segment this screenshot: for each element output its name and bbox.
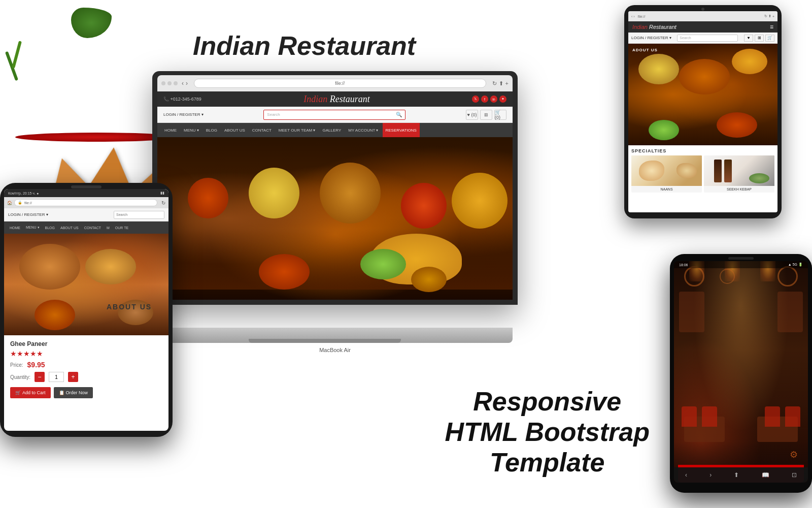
phone-nav-about[interactable]: ABOUT US xyxy=(58,226,81,230)
phone-url-text: file:// xyxy=(24,201,32,205)
gear-decoration-icon: ⚙ xyxy=(790,449,802,461)
wishlist-btn[interactable]: ♥ (0) xyxy=(466,110,478,120)
phone-url-lock-icon: 🔒 xyxy=(18,201,22,205)
phone-login-btn[interactable]: LOGIN / REGISTER ▾ xyxy=(8,212,48,217)
phone-nav-contact[interactable]: CONTACT xyxy=(82,226,104,230)
add-to-cart-btn[interactable]: 🛒 Add to Cart xyxy=(10,387,51,398)
phone-battery-icon: ▮▮ xyxy=(160,191,164,195)
tablet-hero-food xyxy=(628,44,777,145)
back-arrow[interactable]: ‹ xyxy=(182,80,184,87)
compare-btn[interactable]: ⊞ xyxy=(480,110,492,120)
phone-back-btn[interactable]: 🏠 xyxy=(7,201,12,205)
phone-nav-team[interactable]: OUR TE xyxy=(113,226,131,230)
search-placeholder: Search xyxy=(267,112,280,117)
phone-right-mockup: 18:06 ▲ 5G 🔋 xyxy=(670,254,812,493)
phone-search-input[interactable] xyxy=(114,211,164,219)
phone-nav-tabs-icon[interactable]: ⊡ xyxy=(792,471,797,479)
phone-nav-back-icon[interactable]: ‹ xyxy=(685,471,687,479)
nav-contact[interactable]: CONTACT xyxy=(249,123,275,137)
tablet-back-arrow[interactable]: ‹ xyxy=(631,15,632,18)
forward-arrow[interactable]: › xyxy=(186,80,188,87)
tablet-hamburger-menu[interactable]: ≡ xyxy=(770,23,773,30)
tablet-hero: ADOUT US xyxy=(628,44,777,145)
phone-nav-bookmark-icon[interactable]: 📖 xyxy=(762,471,769,479)
tablet-wishlist-btn[interactable]: ♥ xyxy=(744,35,753,42)
food-plate-4 xyxy=(401,183,447,229)
price-label: Price: xyxy=(10,362,23,368)
phone-site-header: LOGIN / REGISTER ▾ xyxy=(4,208,168,221)
tablet-camera xyxy=(701,8,704,11)
tablet-kebab-label: SEEKH KEBAP xyxy=(704,186,774,193)
phone-browser-reload[interactable]: ↻ xyxy=(161,200,165,206)
nav-team[interactable]: MEET OUR TEAM ▾ xyxy=(276,123,319,137)
responsive-label: Responsive xyxy=(445,386,650,417)
reload-icon[interactable]: ↻ xyxy=(492,80,497,87)
phone-right-frame: 18:06 ▲ 5G 🔋 xyxy=(670,254,812,493)
site-header-middle: LOGIN / REGISTER ▾ Search 🔍 ♥ (0) ⊞ 🛒 (0… xyxy=(157,107,513,123)
qty-label: Quantity: xyxy=(10,374,30,380)
nav-gallery[interactable]: GALLERY xyxy=(319,123,344,137)
cart-icons: ♥ (0) ⊞ 🛒 (0) xyxy=(466,110,506,120)
qty-value: 1 xyxy=(49,372,64,382)
food-plate-3 xyxy=(320,163,381,224)
nav-menu[interactable]: MENU ▾ xyxy=(181,123,202,137)
food-plate-2 xyxy=(249,168,299,218)
qty-increase-btn[interactable]: + xyxy=(68,372,78,382)
tablet-add-tab-icon[interactable]: + xyxy=(772,15,774,18)
nav-home[interactable]: HOME xyxy=(161,123,180,137)
tablet-mockup: ‹ › file:// ↻ ⬆ + Indian Restaurant ≡ LO… xyxy=(624,5,782,218)
tablet-cart-icons: ♥ ⊞ 🛒 xyxy=(744,35,774,42)
tablet-share-icon[interactable]: ⬆ xyxy=(768,14,771,18)
nav-about[interactable]: ABOUT US xyxy=(221,123,248,137)
phone-url-bar[interactable]: 🔒 file:// xyxy=(14,199,157,206)
battery-icon: 🔋 xyxy=(798,263,803,266)
phone-nav-forward-icon[interactable]: › xyxy=(709,471,712,479)
tablet-screen: ‹ › file:// ↻ ⬆ + Indian Restaurant ≡ LO… xyxy=(628,11,777,212)
phone-food-visual xyxy=(4,234,168,335)
browser-arrows: ‹ › xyxy=(182,80,188,87)
nav-blog[interactable]: BLOG xyxy=(203,123,220,137)
phone-right-time: 18:06 xyxy=(679,263,688,267)
url-bar[interactable]: file:// xyxy=(194,79,486,88)
cart-icon: 🛒 xyxy=(15,390,21,395)
tablet-login-btn[interactable]: LOGIN / REGISTER ▾ xyxy=(631,36,671,40)
phone-nav-more[interactable]: M xyxy=(104,226,112,230)
add-tab-icon[interactable]: + xyxy=(505,80,509,87)
facebook-icon[interactable]: f xyxy=(481,96,488,103)
site-header-top: 📞 +012-345-6789 Indian Restaurant 𝕏 f in… xyxy=(157,91,513,107)
tablet-url[interactable]: file:// xyxy=(638,15,646,18)
product-stars: ★★★★★ xyxy=(10,350,162,358)
tablet-reload-icon[interactable]: ↻ xyxy=(764,14,767,18)
hero-banner xyxy=(157,137,513,300)
phone-nav-menu[interactable]: MENU ▾ xyxy=(23,226,42,230)
linkedin-icon[interactable]: in xyxy=(490,96,497,103)
tablet-naans-img xyxy=(631,155,702,186)
phone-right-signal: ▲ 5G 🔋 xyxy=(788,263,803,267)
twitter-icon[interactable]: 𝕏 xyxy=(472,96,479,103)
template-label: Template xyxy=(445,447,650,478)
browser-bar: ‹ › file:// ↻ ⬆ + xyxy=(157,75,513,91)
nav-account[interactable]: MY ACCOUNT ▾ xyxy=(345,123,381,137)
tablet-compare-btn[interactable]: ⊞ xyxy=(755,35,764,42)
login-register-btn[interactable]: LOGIN / REGISTER ▾ xyxy=(163,112,204,117)
tablet-cart-btn[interactable]: 🛒 xyxy=(765,35,774,42)
phone-right-nav-bar: ‹ › ⬆ 📖 ⊡ xyxy=(674,467,808,483)
order-now-btn[interactable]: 📋 Order Now xyxy=(54,387,93,398)
phone-nav-home[interactable]: HOME xyxy=(7,226,23,230)
instagram-icon[interactable]: ✦ xyxy=(499,96,506,103)
site-search-bar[interactable]: Search 🔍 xyxy=(263,110,405,120)
laptop-screen-outer: ‹ › file:// ↻ ⬆ + 📞 +012-345-6789 Indian… xyxy=(152,71,518,305)
cart-btn[interactable]: 🛒 (0) xyxy=(494,110,506,120)
browser-dot-2 xyxy=(167,81,172,85)
phone-nav-blog[interactable]: BLOG xyxy=(43,226,57,230)
search-icon[interactable]: 🔍 xyxy=(396,112,402,117)
nav-reservations[interactable]: RESERVATIONS xyxy=(383,123,420,137)
qty-decrease-btn[interactable]: − xyxy=(35,372,45,382)
tablet-about-us-label: ADOUT US xyxy=(632,48,658,52)
phone-nav-share-icon[interactable]: ⬆ xyxy=(734,471,739,479)
price-value: $9.95 xyxy=(27,361,45,369)
tablet-forward-arrow[interactable]: › xyxy=(633,15,634,18)
food-plate-1 xyxy=(188,178,228,218)
share-icon[interactable]: ⬆ xyxy=(499,80,503,87)
tablet-search-input[interactable]: Search xyxy=(677,35,738,42)
